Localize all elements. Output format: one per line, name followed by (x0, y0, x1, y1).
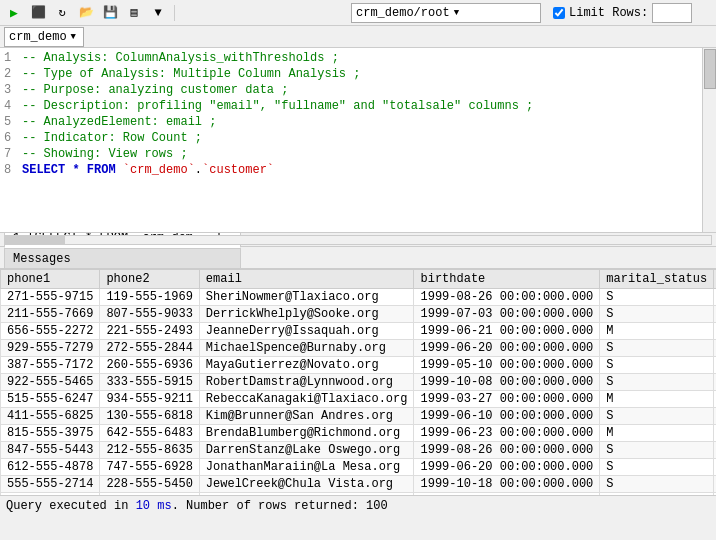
dropdown-icon: ▼ (154, 6, 161, 20)
table-cell: 922-555-5465 (1, 374, 100, 391)
table-cell: M (600, 323, 714, 340)
status-count: 100 (366, 499, 388, 513)
line-number: 5 (4, 114, 18, 130)
table-cell: S (600, 357, 714, 374)
sql-line: 4-- Description: profiling "email", "ful… (0, 98, 716, 114)
main-toolbar: ▶ ⬛ ↻ 📂 💾 ▤ ▼ crm_demo/root ▼ Limit Rows… (0, 0, 716, 26)
line-content: -- Analysis: ColumnAnalysis_withThreshol… (22, 50, 339, 66)
play-button[interactable]: ▶ (4, 3, 24, 23)
line-number: 2 (4, 66, 18, 82)
table-cell: DerrickWhelply@Sooke.org (199, 306, 414, 323)
table-cell: S (600, 289, 714, 306)
table-cell: 260-555-6936 (100, 357, 199, 374)
table-cell: JonathanMaraiin@La Mesa.org (199, 459, 414, 476)
table-cell: 815-555-3975 (1, 425, 100, 442)
limit-rows-checkbox[interactable] (553, 7, 565, 19)
table-cell: SheriNowmer@Tlaxiaco.org (199, 289, 414, 306)
table-row: 815-555-3975642-555-6483BrendaBlumberg@R… (1, 425, 717, 442)
table-row: 387-555-7172260-555-6936MayaGutierrez@No… (1, 357, 717, 374)
sql-editor[interactable]: 1-- Analysis: ColumnAnalysis_withThresho… (0, 48, 716, 233)
open-button[interactable]: 📂 (76, 3, 96, 23)
table-cell: 1999-10-18 00:00:000.000 (414, 476, 600, 493)
line-content: -- AnalyzedElement: email ; (22, 114, 216, 130)
table-cell: PeggyMedina@Mexico City.org (199, 493, 414, 496)
table-cell: S (600, 306, 714, 323)
table-cell: S (600, 476, 714, 493)
table-row: 342-555-0778785-555-3371PeggyMedina@Mexi… (1, 493, 717, 496)
tab-messages[interactable]: Messages (4, 248, 241, 268)
table-cell: 1999-08-26 00:00:000.000 (414, 289, 600, 306)
column-header: marital_status (600, 270, 714, 289)
table-cell: 934-555-9211 (100, 391, 199, 408)
db-dropdown[interactable]: crm_demo ▼ (4, 27, 84, 47)
table-cell: S (600, 374, 714, 391)
connection-dropdown[interactable]: crm_demo/root ▼ (351, 3, 541, 23)
table-cell: RebeccaKanagaki@Tlaxiaco.org (199, 391, 414, 408)
limit-rows-label: Limit Rows: (569, 6, 648, 20)
line-number: 1 (4, 50, 18, 66)
column-header: email (199, 270, 414, 289)
table-cell: 228-555-5450 (100, 476, 199, 493)
editor-vscroll-thumb[interactable] (704, 49, 716, 89)
line-content: -- Purpose: analyzing customer data ; (22, 82, 288, 98)
limit-rows-input[interactable]: 100 (652, 3, 692, 23)
save-button[interactable]: 💾 (100, 3, 120, 23)
table-cell: 612-555-4878 (1, 459, 100, 476)
sql-content: 1-- Analysis: ColumnAnalysis_withThresho… (0, 50, 716, 178)
folder-icon: 📂 (79, 5, 94, 20)
table-cell: Kim@Brunner@San Andres.org (199, 408, 414, 425)
table-cell: 642-555-6483 (100, 425, 199, 442)
results-container[interactable]: phone1phone2emailbirthdatemarital_status… (0, 269, 716, 495)
results-table: phone1phone2emailbirthdatemarital_status… (0, 269, 716, 495)
table-cell: S (600, 408, 714, 425)
sql-line: 2-- Type of Analysis: Multiple Column An… (0, 66, 716, 82)
table-cell: 221-555-2493 (100, 323, 199, 340)
table-cell: 387-555-7172 (1, 357, 100, 374)
table-cell: S (600, 442, 714, 459)
table-cell: MichaelSpence@Burnaby.org (199, 340, 414, 357)
db-name-label: crm_demo (9, 30, 67, 44)
result-tabs: 1 [SELECT * FROM `crm_dem...]✕Messages (0, 247, 716, 269)
table-cell: 785-555-3371 (100, 493, 199, 496)
table-cell: DarrenStanz@Lake Oswego.org (199, 442, 414, 459)
more-button[interactable]: ▼ (148, 3, 168, 23)
table-cell: S (600, 459, 714, 476)
stop-icon: ⬛ (31, 5, 46, 20)
sql-line: 6-- Indicator: Row Count ; (0, 130, 716, 146)
table-cell: JeanneDerry@Issaquah.org (199, 323, 414, 340)
status-bar: Query executed in 10 ms. Number of rows … (0, 495, 716, 515)
table-cell: 1999-10-08 00:00:000.000 (414, 374, 600, 391)
table-row: 555-555-2714228-555-5450JewelCreek@Chula… (1, 476, 717, 493)
play-icon: ▶ (10, 5, 18, 21)
table-cell: 271-555-9715 (1, 289, 100, 306)
table-cell: 1999-06-21 00:00:000.000 (414, 323, 600, 340)
table-cell: 333-555-5915 (100, 374, 199, 391)
separator1 (174, 5, 175, 21)
table-row: 271-555-9715119-555-1969SheriNowmer@Tlax… (1, 289, 717, 306)
table-cell: 119-555-1969 (100, 289, 199, 306)
refresh-button[interactable]: ↻ (52, 3, 72, 23)
table-cell: 656-555-2272 (1, 323, 100, 340)
table-row: 922-555-5465333-555-5915RobertDamstra@Ly… (1, 374, 717, 391)
table-cell: S (600, 340, 714, 357)
format-button[interactable]: ▤ (124, 3, 144, 23)
sql-line: 5-- AnalyzedElement: email ; (0, 114, 716, 130)
save-icon: 💾 (103, 5, 118, 20)
table-cell: 1999-05-10 00:00:000.000 (414, 357, 600, 374)
format-icon: ▤ (130, 5, 137, 20)
sql-line: 1-- Analysis: ColumnAnalysis_withThresho… (0, 50, 716, 66)
status-mid: . Number of rows returned: (172, 499, 366, 513)
table-row: 515-555-6247934-555-9211RebeccaKanagaki@… (1, 391, 717, 408)
line-number: 6 (4, 130, 18, 146)
table-cell: 130-555-6818 (100, 408, 199, 425)
editor-vscroll[interactable] (702, 48, 716, 232)
db-chevron: ▼ (71, 32, 76, 42)
table-cell: 555-555-2714 (1, 476, 100, 493)
stop-button[interactable]: ⬛ (28, 3, 48, 23)
table-cell: 515-555-6247 (1, 391, 100, 408)
table-head: phone1phone2emailbirthdatemarital_status… (1, 270, 717, 289)
column-header: birthdate (414, 270, 600, 289)
column-header: phone1 (1, 270, 100, 289)
table-cell: 1999-10-12 00:00:000.000 (414, 493, 600, 496)
table-cell: 929-555-7279 (1, 340, 100, 357)
